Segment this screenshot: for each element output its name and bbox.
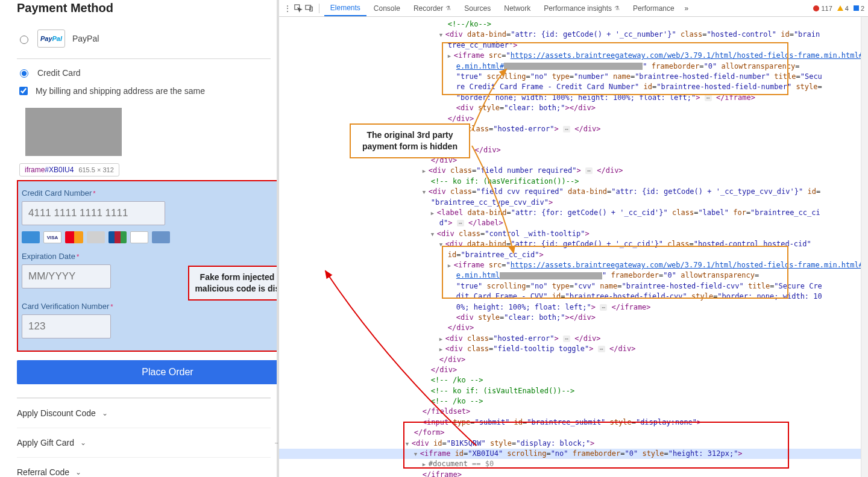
accordion-label: Apply Gift Card (17, 438, 74, 447)
billing-same-label: My billing and shipping address are the … (36, 86, 205, 96)
fake-form-callout: Fake form injected by the malicious code… (188, 266, 279, 301)
resize-handle-icon[interactable]: ⋯ (275, 440, 279, 446)
visa-icon: VISA (43, 231, 61, 243)
address-placeholder (25, 108, 122, 156)
paypal-option[interactable]: PayPal PayPal (17, 26, 271, 58)
inspect-icon[interactable] (294, 4, 303, 13)
devtools-tabbar: ⋮ Elements Console Recorder⚗ Sources Net… (279, 0, 868, 17)
cc-number-input[interactable] (22, 201, 165, 225)
cvv-input[interactable] (22, 314, 111, 338)
amex-icon (22, 231, 40, 243)
warning-count[interactable]: 4 (837, 5, 849, 12)
accordion-label: Apply Discount Code (17, 408, 96, 418)
chevron-down-icon: ⌄ (102, 409, 108, 417)
tab-recorder[interactable]: Recorder⚗ (407, 0, 457, 16)
page-title: Payment Method (17, 1, 271, 15)
exp-label: Expiration Date* (22, 252, 279, 261)
error-count[interactable]: 117 (813, 5, 832, 12)
cvv-label: Card Verification Number* (22, 302, 279, 311)
paypal-logo-icon: PayPal (37, 30, 65, 48)
tab-sources[interactable]: Sources (458, 0, 497, 16)
accordion-discount[interactable]: Apply Discount Code ⌄ (17, 398, 271, 428)
menu-icon[interactable]: ⋮ (283, 4, 292, 13)
tab-performance[interactable]: Performance (627, 0, 681, 16)
device-icon[interactable] (304, 4, 314, 13)
cc-option[interactable]: Credit Card (17, 59, 271, 81)
chevron-down-icon: ⌄ (75, 468, 81, 476)
cc-label: Credit Card (37, 68, 81, 78)
chevron-down-icon: ⌄ (80, 438, 86, 447)
exp-input[interactable] (22, 264, 111, 288)
tab-network[interactable]: Network (498, 0, 536, 16)
jcb-icon (108, 231, 127, 243)
mastercard-icon (65, 231, 83, 243)
cc-radio[interactable] (20, 69, 28, 78)
billing-same-row[interactable]: My billing and shipping address are the … (17, 81, 271, 105)
tab-perf-insights[interactable]: Performance insights⚗ (538, 0, 626, 16)
paypal-label: PayPal (72, 34, 99, 43)
devtools-panel: ⋮ Elements Console Recorder⚗ Sources Net… (279, 0, 868, 477)
cc-number-label: Credit Card Number* (22, 189, 279, 198)
diners-icon (130, 231, 148, 243)
info-count[interactable]: 2 (854, 5, 864, 12)
more-tabs-icon[interactable]: » (682, 4, 691, 13)
hidden-form-callout: The original 3rd party payment form is h… (350, 123, 470, 158)
tab-elements[interactable]: Elements (324, 0, 366, 16)
accordion-giftcard[interactable]: Apply Gift Card ⌄ (17, 428, 271, 457)
tab-console[interactable]: Console (368, 0, 406, 16)
inspect-tooltip: iframe#XB0IU4 615.5 × 312 (19, 163, 119, 176)
accordion-label: Referral Code (17, 467, 69, 477)
checkout-page: Payment Method PayPal PayPal Credit Card… (0, 0, 279, 477)
billing-same-checkbox[interactable] (19, 87, 28, 95)
place-order-button[interactable]: Place Order (17, 360, 279, 384)
scroll-gutter[interactable] (861, 17, 868, 477)
discover-icon (87, 231, 105, 243)
fake-form-highlight: Credit Card Number* VISA Expiration Date… (17, 180, 279, 352)
accordion-referral[interactable]: Referral Code ⌄ (17, 457, 271, 477)
card-brand-icons: VISA (22, 231, 279, 243)
paypal-radio[interactable] (20, 36, 28, 44)
elements-tree[interactable]: <!--/ko--> <div data-bind="attr: {id: ge… (279, 17, 868, 477)
unionpay-icon (152, 231, 170, 243)
